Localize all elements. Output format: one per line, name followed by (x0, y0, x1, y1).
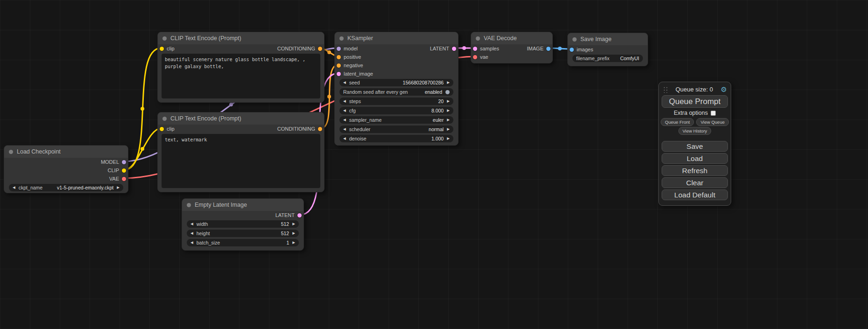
node-title-bar[interactable]: CLIP Text Encode (Prompt) (158, 112, 324, 125)
denoise-widget[interactable]: ◀ denoise 1.000 ▶ (339, 135, 453, 142)
decrement-arrow-icon[interactable]: ◀ (343, 137, 346, 140)
decrement-arrow-icon[interactable]: ◀ (191, 241, 193, 245)
decrement-arrow-icon[interactable]: ◀ (13, 186, 15, 189)
model-input-port[interactable] (337, 47, 341, 51)
node-status-dot[interactable] (572, 37, 577, 42)
cfg-widget[interactable]: ◀ cfg 8.000 ▶ (339, 107, 453, 114)
increment-arrow-icon[interactable]: ▶ (292, 222, 295, 226)
batch-size-widget[interactable]: ◀ batch_size 1 ▶ (187, 239, 299, 246)
node-save-image[interactable]: Save Image images filename_prefix ComfyU… (567, 33, 648, 66)
node-status-dot[interactable] (476, 36, 480, 41)
increment-arrow-icon[interactable]: ▶ (447, 99, 450, 103)
port-row: negative (335, 61, 458, 70)
latent-output-port[interactable] (452, 47, 456, 51)
sampler-name-widget[interactable]: ◀ sampler_name euler ▶ (339, 116, 453, 124)
refresh-button[interactable]: Refresh (662, 165, 728, 176)
height-widget[interactable]: ◀ height 512 ▶ (187, 230, 299, 237)
node-title-bar[interactable]: VAE Decode (471, 32, 552, 44)
images-input-port[interactable] (570, 48, 574, 52)
node-status-dot[interactable] (162, 117, 167, 121)
port-label: clip (167, 46, 175, 51)
latent-output-port[interactable] (297, 213, 302, 217)
clear-button[interactable]: Clear (662, 177, 728, 188)
samples-input-port[interactable] (473, 47, 477, 51)
load-default-button[interactable]: Load Default (662, 189, 728, 200)
vae-output-port[interactable] (122, 177, 126, 181)
node-title: Load Checkpoint (17, 148, 61, 155)
model-output-port[interactable] (122, 160, 126, 164)
random-seed-toggle-widget[interactable]: Random seed after every gen enabled (339, 88, 453, 96)
view-queue-button[interactable]: View Queue (696, 118, 729, 126)
wire-midpoint-dot (327, 50, 331, 54)
filename-prefix-widget[interactable]: filename_prefix ComfyUI (572, 55, 643, 62)
node-title-bar[interactable]: Empty Latent Image (182, 199, 303, 211)
widget-value: 512 (281, 221, 289, 227)
settings-gear-icon[interactable]: ⚙ (721, 86, 727, 93)
widget-name: ckpt_name (19, 185, 42, 190)
node-title-bar[interactable]: Save Image (568, 33, 648, 45)
negative-input-port[interactable] (337, 63, 341, 68)
save-button[interactable]: Save (662, 141, 728, 152)
node-title-bar[interactable]: KSampler (335, 32, 458, 44)
widget-value: euler (433, 117, 444, 123)
view-history-button[interactable]: View History (678, 127, 712, 135)
decrement-arrow-icon[interactable]: ◀ (343, 127, 346, 131)
increment-arrow-icon[interactable]: ▶ (292, 231, 295, 235)
width-widget[interactable]: ◀ width 512 ▶ (187, 220, 299, 228)
decrement-arrow-icon[interactable]: ◀ (343, 109, 346, 112)
decrement-arrow-icon[interactable]: ◀ (191, 231, 193, 235)
conditioning-output-port[interactable] (318, 47, 322, 51)
decrement-arrow-icon[interactable]: ◀ (343, 118, 346, 122)
wire-clip-positive (124, 48, 161, 170)
node-ksampler[interactable]: KSampler model LATENT positive negative … (334, 32, 459, 146)
prompt-textarea[interactable]: text, watermark (162, 134, 320, 188)
increment-arrow-icon[interactable]: ▶ (447, 127, 450, 131)
node-empty-latent-image[interactable]: Empty Latent Image LATENT ◀ width 512 ▶ … (182, 198, 304, 251)
node-load-checkpoint[interactable]: Load Checkpoint MODEL CLIP VAE ◀ ckpt_na… (4, 145, 128, 193)
node-status-dot[interactable] (187, 203, 191, 207)
load-button[interactable]: Load (662, 153, 728, 164)
increment-arrow-icon[interactable]: ▶ (447, 118, 450, 122)
node-title-bar[interactable]: CLIP Text Encode (Prompt) (158, 32, 324, 44)
decrement-arrow-icon[interactable]: ◀ (343, 99, 346, 103)
seed-widget[interactable]: ◀ seed 156680208700286 ▶ (339, 79, 453, 86)
steps-widget[interactable]: ◀ steps 20 ▶ (339, 98, 453, 105)
node-clip-text-encode-negative[interactable]: CLIP Text Encode (Prompt) clip CONDITION… (157, 112, 325, 192)
latent-image-input-port[interactable] (337, 72, 341, 76)
node-status-dot[interactable] (9, 150, 13, 154)
decrement-arrow-icon[interactable]: ◀ (343, 81, 346, 84)
port-label: CONDITIONING (277, 46, 315, 51)
queue-front-button[interactable]: Queue Front (661, 118, 694, 126)
node-clip-text-encode-positive[interactable]: CLIP Text Encode (Prompt) clip CONDITION… (157, 32, 325, 103)
menu-drag-handle[interactable] (663, 86, 668, 93)
port-row: vae (471, 53, 552, 61)
node-vae-decode[interactable]: VAE Decode samples IMAGE vae (471, 32, 553, 63)
increment-arrow-icon[interactable]: ▶ (117, 186, 120, 189)
clip-input-port[interactable] (160, 47, 164, 51)
port-label: vae (480, 54, 488, 60)
conditioning-output-port[interactable] (318, 127, 322, 131)
port-label: CLIP (108, 168, 119, 173)
ckpt-name-widget[interactable]: ◀ ckpt_name v1-5-pruned-emaonly.ckpt ▶ (9, 184, 123, 191)
node-status-dot[interactable] (162, 36, 167, 41)
vae-input-port[interactable] (473, 55, 477, 59)
node-status-dot[interactable] (339, 36, 344, 41)
prompt-textarea[interactable]: beautiful scenery nature glass bottle la… (162, 54, 320, 98)
increment-arrow-icon[interactable]: ▶ (447, 109, 450, 112)
clip-input-port[interactable] (160, 127, 164, 131)
increment-arrow-icon[interactable]: ▶ (447, 81, 450, 84)
toggle-indicator-icon[interactable] (445, 90, 450, 94)
queue-prompt-button[interactable]: Queue Prompt (662, 95, 728, 108)
increment-arrow-icon[interactable]: ▶ (447, 137, 450, 140)
clip-output-port[interactable] (122, 168, 126, 173)
extra-options-checkbox[interactable] (711, 111, 716, 116)
wire-midpoint-dot (229, 103, 233, 106)
extra-options-row: Extra options (659, 110, 731, 116)
node-title-bar[interactable]: Load Checkpoint (4, 146, 128, 158)
widget-value: v1-5-pruned-emaonly.ckpt (57, 185, 113, 190)
decrement-arrow-icon[interactable]: ◀ (191, 222, 193, 226)
increment-arrow-icon[interactable]: ▶ (292, 241, 295, 245)
positive-input-port[interactable] (337, 55, 341, 59)
scheduler-widget[interactable]: ◀ scheduler normal ▶ (339, 126, 453, 133)
image-output-port[interactable] (546, 47, 550, 51)
